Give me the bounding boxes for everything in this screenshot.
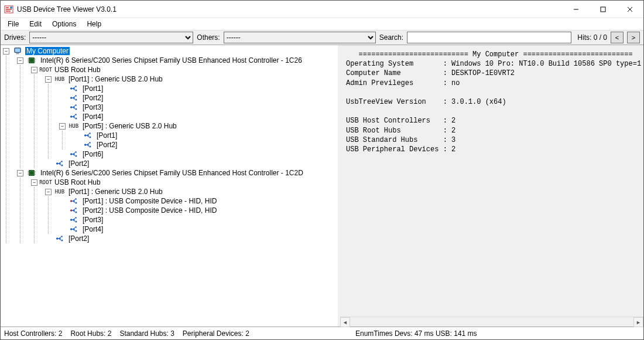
menu-options[interactable]: Options	[47, 19, 81, 29]
tree-hub-port[interactable]: − HUB [Port5] : Generic USB 2.0 Hub	[59, 121, 337, 131]
close-button[interactable]	[616, 1, 643, 18]
tree-hub-port[interactable]: − HUB [Port1] : Generic USB 2.0 Hub	[45, 74, 337, 84]
usb-port-icon	[68, 225, 80, 233]
collapse-icon[interactable]: −	[59, 123, 66, 130]
collapse-icon[interactable]: −	[45, 76, 52, 83]
tree-label: [Port3]	[81, 103, 104, 111]
collapse-icon[interactable]: −	[45, 189, 52, 195]
tree-label: [Port2] : USB Composite Device - HID, HI…	[81, 206, 218, 215]
search-next-button[interactable]: >	[627, 32, 640, 43]
tree-port[interactable]: [Port4]	[59, 225, 337, 234]
window-title: USB Device Tree Viewer V3.0.1	[17, 5, 563, 13]
scroll-track[interactable]	[350, 317, 633, 327]
usb-device-icon	[68, 206, 80, 215]
detail-text[interactable]: ========================== My Computer =…	[340, 45, 643, 317]
tree-label: [Port4]	[81, 225, 104, 233]
others-label: Others:	[197, 33, 220, 42]
tree-port[interactable]: [Port1]	[59, 84, 337, 93]
menu-edit[interactable]: Edit	[25, 19, 46, 29]
usb-port-icon	[54, 234, 66, 243]
tree-port[interactable]: [Port2]	[59, 93, 337, 103]
usb-device-icon	[68, 197, 80, 205]
tree-port[interactable]: [Port3]	[59, 103, 337, 112]
others-select[interactable]: ------	[224, 32, 376, 43]
hub-icon: HUB	[54, 188, 66, 196]
toolbar: Drives: ------ Others: ------ Search: Hi…	[1, 30, 643, 45]
tree-port[interactable]: [Port2]	[45, 159, 337, 168]
tree-label: [Port2]	[67, 234, 90, 243]
tree-host-controller[interactable]: − Intel(R) 6 Series/C200 Series Chipset …	[17, 168, 337, 178]
tree-label: [Port1]	[95, 131, 118, 140]
tree-label: [Port5] : Generic USB 2.0 Hub	[81, 122, 178, 130]
search-input[interactable]	[407, 32, 571, 43]
tree-root[interactable]: − My Computer	[3, 46, 337, 56]
tree-port[interactable]: [Port1]	[73, 131, 337, 140]
minimize-button[interactable]	[563, 1, 590, 18]
computer-icon	[12, 47, 23, 55]
usb-port-icon	[68, 113, 80, 121]
tree-label: [Port1] : Generic USB 2.0 Hub	[67, 188, 164, 196]
maximize-button[interactable]	[590, 1, 616, 18]
tree-hub-port[interactable]: − HUB [Port1] : Generic USB 2.0 Hub	[45, 187, 337, 196]
tree-port[interactable]: [Port3]	[59, 215, 337, 225]
tree-label: Intel(R) 6 Series/C200 Series Chipset Fa…	[39, 56, 303, 64]
statusbar: Host Controllers: 2 Root Hubs: 2 Standar…	[1, 327, 643, 339]
drives-label: Drives:	[4, 33, 26, 42]
usb-port-icon	[68, 94, 80, 102]
tree-port[interactable]: [Port4]	[59, 112, 337, 121]
collapse-icon[interactable]: −	[3, 48, 9, 55]
search-label: Search:	[379, 33, 403, 42]
status-peripheral-devices: Peripheral Devices: 2	[183, 329, 249, 338]
status-standard-hubs: Standard Hubs: 3	[119, 329, 174, 338]
tree-port[interactable]: [Port6]	[59, 149, 337, 159]
status-host-controllers: Host Controllers: 2	[4, 329, 62, 338]
tree-label: [Port6]	[81, 150, 104, 158]
scroll-left-icon[interactable]: ◄	[340, 317, 350, 327]
collapse-icon[interactable]: −	[17, 170, 23, 176]
usb-port-icon	[82, 131, 94, 140]
menubar: File Edit Options Help	[1, 18, 643, 30]
tree-label: [Port2]	[67, 159, 90, 168]
tree-port[interactable]: [Port2]	[73, 140, 337, 149]
hub-icon: HUB	[68, 122, 80, 130]
usb-port-icon	[82, 141, 94, 149]
tree-host-controller[interactable]: − Intel(R) 6 Series/C200 Series Chipset …	[17, 56, 337, 65]
search-prev-button[interactable]: <	[611, 32, 624, 43]
usb-port-icon	[54, 159, 66, 168]
usb-port-icon	[68, 216, 80, 224]
collapse-icon[interactable]: −	[31, 179, 37, 186]
tree-label: Intel(R) 6 Series/C200 Series Chipset Fa…	[39, 169, 304, 177]
tree-root-hub[interactable]: − ROOT USB Root Hub	[31, 65, 337, 74]
menu-help[interactable]: Help	[82, 19, 106, 29]
tree-port[interactable]: [Port1] : USB Composite Device - HID, HI…	[59, 196, 337, 206]
root-hub-icon: ROOT	[40, 66, 52, 74]
collapse-icon[interactable]: −	[31, 67, 37, 73]
tree-label: [Port2]	[81, 94, 104, 102]
chip-icon	[26, 169, 37, 177]
tree-label: USB Root Hub	[53, 66, 102, 74]
tree-label: [Port3]	[81, 216, 104, 224]
tree-label: [Port1] : USB Composite Device - HID, HI…	[81, 197, 218, 205]
tree-label: [Port1] : Generic USB 2.0 Hub	[67, 75, 164, 83]
app-icon	[4, 5, 13, 14]
collapse-icon[interactable]: −	[17, 57, 23, 64]
svg-rect-20	[601, 7, 605, 12]
menu-file[interactable]: File	[3, 19, 23, 29]
tree-label: [Port1]	[81, 84, 104, 93]
detail-pane: ========================== My Computer =…	[340, 45, 643, 327]
usb-port-icon	[68, 103, 80, 111]
device-tree[interactable]: − My Computer − Intel(R) 6 Series/C200 S…	[1, 45, 340, 327]
drives-select[interactable]: ------	[29, 32, 193, 43]
tree-port[interactable]: [Port2]	[45, 234, 337, 243]
status-root-hubs: Root Hubs: 2	[70, 329, 111, 338]
status-enum-times: EnumTimes Devs: 47 ms USB: 141 ms	[355, 329, 477, 338]
usb-port-icon	[68, 150, 80, 158]
root-hub-icon: ROOT	[40, 178, 52, 186]
search-hits: Hits: 0 / 0	[577, 33, 607, 42]
tree-port[interactable]: [Port2] : USB Composite Device - HID, HI…	[59, 206, 337, 215]
titlebar: USB Device Tree Viewer V3.0.1	[1, 1, 643, 18]
hub-icon: HUB	[54, 75, 66, 83]
tree-root-hub[interactable]: − ROOT USB Root Hub	[31, 178, 337, 187]
horizontal-scrollbar[interactable]: ◄ ►	[340, 317, 643, 327]
scroll-right-icon[interactable]: ►	[633, 317, 643, 327]
